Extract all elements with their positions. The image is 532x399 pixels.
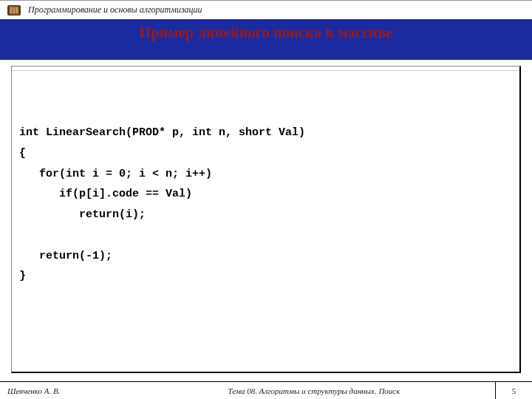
columns-icon xyxy=(7,5,21,16)
svg-rect-3 xyxy=(16,7,18,13)
code-block: int LinearSearch(PROD* p, int n, short V… xyxy=(12,71,519,294)
course-title: Программирование и основы алгоритмизации xyxy=(28,4,202,16)
slide-title: Пример линейного поиска в массиве xyxy=(0,24,532,41)
footer-page-number: 5 xyxy=(495,382,532,399)
footer-author: Шевченко А. В. xyxy=(0,386,133,395)
top-bar: Программирование и основы алгоритмизации xyxy=(0,0,532,19)
svg-rect-1 xyxy=(10,7,13,13)
code-panel: int LinearSearch(PROD* p, int n, short V… xyxy=(11,66,521,373)
code-inner: int LinearSearch(PROD* p, int n, short V… xyxy=(12,70,519,372)
footer-topic: Тема 08. Алгоритмы и структуры данных. П… xyxy=(133,386,495,395)
footer: Шевченко А. В. Тема 08. Алгоритмы и стру… xyxy=(0,381,532,399)
svg-rect-2 xyxy=(13,7,16,13)
title-band: Пример линейного поиска в массиве xyxy=(0,19,532,60)
